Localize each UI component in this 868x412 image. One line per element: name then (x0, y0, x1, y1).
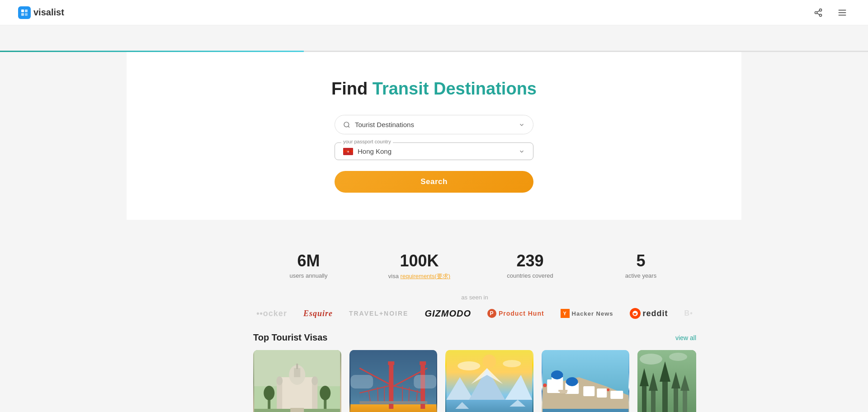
svg-point-5 (815, 11, 817, 14)
passport-country-field[interactable]: your passport country 🇭🇰 Hong Kong (335, 142, 533, 160)
search-type-dropdown[interactable]: Tourist Destinations (335, 115, 533, 134)
svg-line-13 (348, 126, 349, 128)
svg-rect-41 (420, 361, 426, 365)
hacker-news-icon: Y (561, 309, 570, 318)
svg-point-12 (344, 122, 349, 127)
iceland-illustration (445, 350, 533, 412)
stat-countries-label: countries covered (484, 272, 576, 279)
svg-rect-51 (350, 375, 373, 388)
visa-card-sf-bg (349, 350, 438, 412)
brand-logo[interactable]: visalist (18, 6, 64, 19)
stat-visas: 100K visa requirements(要求) (364, 251, 475, 280)
stats-section: 6M users annually 100K visa requirements… (253, 233, 696, 294)
svg-rect-75 (610, 391, 623, 399)
svg-rect-29 (290, 408, 304, 412)
svg-line-48 (409, 387, 409, 402)
svg-point-93 (640, 354, 662, 365)
visa-card-iceland-bg (445, 350, 533, 412)
svg-point-80 (607, 388, 609, 391)
hamburger-icon (837, 8, 847, 18)
svg-point-6 (820, 14, 822, 16)
svg-rect-2 (21, 13, 24, 16)
svg-rect-77 (558, 390, 567, 392)
requirements-link[interactable]: requirements(要求) (401, 273, 451, 279)
logo-product-hunt: P Product Hunt (487, 309, 544, 318)
svg-point-33 (320, 386, 330, 400)
passport-chevron-icon (519, 148, 525, 155)
visa-card-partial[interactable] (637, 350, 696, 412)
brand-name: visalist (33, 7, 64, 18)
visa-section: Top Tourist Visas view all (253, 328, 696, 412)
passport-country-label: your passport country (341, 139, 393, 144)
stat-visas-number: 100K (373, 251, 466, 270)
logo-hacker-news: Y Hacker News (561, 309, 613, 318)
stat-years-number: 5 (594, 251, 687, 270)
hero-title-prefix: Find (331, 79, 373, 98)
svg-point-4 (820, 9, 822, 11)
svg-line-8 (817, 10, 820, 12)
stat-years: 5 active years (585, 251, 696, 280)
navbar: visalist (0, 0, 868, 25)
svg-rect-76 (542, 409, 628, 412)
svg-point-61 (482, 355, 496, 368)
stat-visas-label: visa requirements(要求) (373, 272, 466, 280)
hero-title: Find Transit Destinations (331, 79, 537, 99)
visa-card-greece[interactable] (542, 350, 630, 412)
visa-card-iceland[interactable] (445, 350, 533, 412)
chevron-down-icon (519, 122, 525, 128)
svg-rect-82 (642, 386, 646, 412)
svg-rect-0 (21, 9, 24, 12)
greece-illustration (542, 350, 630, 412)
svg-rect-26 (312, 382, 317, 409)
stat-users-label: users annually (262, 272, 355, 279)
menu-button[interactable] (835, 5, 850, 20)
search-type-value: Tourist Destinations (355, 121, 514, 128)
svg-point-94 (669, 353, 687, 361)
stat-years-label: active years (594, 272, 687, 279)
passport-flag: 🇭🇰 (343, 148, 353, 155)
svg-text:🇭🇰: 🇭🇰 (345, 149, 351, 155)
visa-card-india[interactable] (253, 350, 341, 412)
hero-title-highlight: Transit Destinations (373, 79, 537, 98)
svg-point-79 (543, 384, 547, 387)
logo-gizmodo: GIZMODO (425, 308, 471, 319)
svg-rect-52 (414, 375, 436, 388)
visa-cards-row (253, 350, 696, 412)
logo-travel-noire: TRAVEL+NOIRE (349, 310, 408, 317)
logo-reddit: reddit (630, 308, 668, 319)
svg-rect-40 (388, 361, 394, 365)
svg-line-7 (817, 13, 820, 14)
svg-point-62 (458, 361, 480, 370)
product-hunt-icon: P (487, 309, 496, 318)
svg-rect-69 (551, 374, 563, 377)
visa-section-header: Top Tourist Visas view all (253, 332, 696, 343)
logo-partial: B• (684, 309, 693, 317)
stat-users-number: 6M (262, 251, 355, 270)
visa-card-sf[interactable] (349, 350, 438, 412)
svg-rect-88 (674, 388, 678, 412)
svg-point-27 (311, 376, 318, 385)
svg-point-31 (264, 386, 274, 400)
svg-line-45 (377, 387, 378, 402)
share-button[interactable] (811, 5, 826, 20)
svg-point-25 (276, 376, 283, 385)
svg-point-63 (503, 360, 521, 367)
svg-rect-90 (683, 391, 687, 412)
logo-cracker: ••ocker (256, 309, 287, 318)
stat-users: 6M users annually (253, 251, 364, 280)
stat-countries: 239 countries covered (475, 251, 585, 280)
search-button[interactable]: Search (335, 171, 533, 193)
below-card-section: 6M users annually 100K visa requirements… (0, 220, 868, 412)
svg-rect-84 (651, 391, 656, 412)
sf-illustration (349, 350, 438, 412)
svg-rect-1 (25, 9, 28, 12)
svg-rect-24 (277, 382, 282, 409)
svg-rect-86 (662, 382, 668, 412)
hero-section: Find Transit Destinations Tourist Destin… (127, 52, 741, 220)
brand-icon (18, 6, 31, 19)
passport-country-value: Hong Kong (358, 147, 514, 155)
visa-section-title: Top Tourist Visas (253, 332, 327, 343)
reddit-icon (630, 308, 641, 319)
visa-card-greece-bg (542, 350, 630, 412)
view-all-link[interactable]: view all (675, 334, 696, 341)
